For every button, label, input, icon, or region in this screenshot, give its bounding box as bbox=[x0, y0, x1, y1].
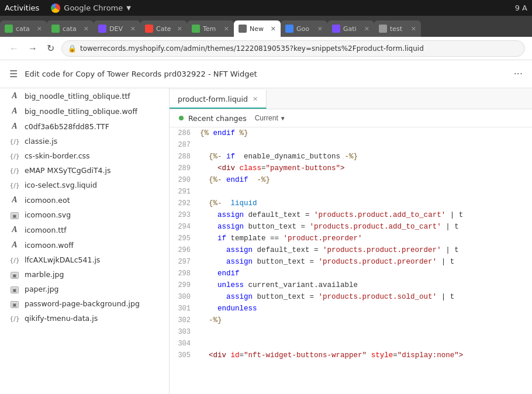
browser-tab-tab3[interactable]: DEV✕ bbox=[94, 20, 140, 37]
file-icon: A bbox=[9, 122, 20, 131]
code-line: 302 -%} bbox=[170, 314, 532, 326]
line-number: 290 bbox=[170, 174, 198, 186]
file-icon: ▣ bbox=[9, 285, 20, 293]
line-content[interactable]: {%- liquid bbox=[198, 198, 532, 209]
line-number: 301 bbox=[170, 303, 198, 314]
tab-label-tab7: Goo bbox=[296, 25, 315, 33]
file-name: password-page-background.jpg bbox=[25, 299, 140, 308]
code-line: 288 {%- if enable_dynamic_buttons -%} bbox=[170, 151, 532, 163]
line-content[interactable]: <div class="payment-buttons"> bbox=[198, 163, 532, 174]
sidebar-item[interactable]: {/}cs-skin-border.css bbox=[0, 148, 169, 163]
sidebar-item[interactable]: Ac0df3a6b528fdd85.TTF bbox=[0, 119, 169, 134]
code-line: 292 {%- liquid bbox=[170, 198, 532, 209]
line-content[interactable]: assign default_text = 'products.product.… bbox=[198, 244, 532, 256]
top-bar: Activities Google Chrome ▼ 9 A bbox=[0, 0, 532, 16]
tab-label-tab4: Cate bbox=[156, 25, 174, 33]
line-content[interactable]: {% endif %} bbox=[198, 127, 532, 139]
refresh-button[interactable]: ↻ bbox=[44, 40, 57, 56]
sidebar-item[interactable]: ▣marble.jpg bbox=[0, 267, 169, 282]
browser-tab-tab7[interactable]: Goo✕ bbox=[281, 20, 327, 37]
line-content[interactable]: assign button_text = 'products.product.p… bbox=[198, 256, 532, 268]
sidebar-item[interactable]: Aicomoon.ttf bbox=[0, 222, 169, 237]
sidebar-item[interactable]: {/}lfcAXLwjkDALc541.js bbox=[0, 253, 169, 267]
tab-close-tab2[interactable]: ✕ bbox=[84, 25, 89, 33]
current-dropdown-icon: ▼ bbox=[280, 115, 286, 122]
tab-favicon-tab6 bbox=[239, 25, 247, 33]
browser-tab-tab1[interactable]: cata✕ bbox=[0, 20, 47, 37]
sidebar-item[interactable]: ▣icomoon.svg bbox=[0, 208, 169, 222]
code-line: 301 endunless bbox=[170, 303, 532, 314]
editor-tab-close[interactable]: ✕ bbox=[253, 95, 258, 103]
more-options-icon[interactable]: ··· bbox=[514, 68, 523, 80]
browser-tab-tab5[interactable]: Tem✕ bbox=[187, 20, 234, 37]
file-name: classie.js bbox=[25, 137, 57, 146]
browser-tab-tab2[interactable]: cata✕ bbox=[47, 20, 94, 37]
sidebar-item[interactable]: {/}classie.js bbox=[0, 134, 169, 148]
line-content[interactable]: {%- endif -%} bbox=[198, 174, 532, 186]
current-button[interactable]: Current ▼ bbox=[251, 113, 289, 123]
sidebar-item[interactable]: Abig_noodle_titling_oblique.ttf bbox=[0, 88, 169, 103]
line-content[interactable]: -%} bbox=[198, 314, 532, 326]
line-number: 288 bbox=[170, 151, 198, 163]
file-icon: {/} bbox=[9, 166, 20, 175]
sidebar-item[interactable]: Aicomoon.eot bbox=[0, 192, 169, 208]
sidebar-item[interactable]: {/}ico-select.svg.liquid bbox=[0, 178, 169, 192]
line-content[interactable]: assign default_text = 'products.product.… bbox=[198, 209, 532, 221]
url-bar[interactable]: 🔒 towerrecords.myshopify.com/admin/theme… bbox=[61, 40, 525, 57]
tab-label-tab5: Tem bbox=[203, 25, 221, 33]
sidebar-item[interactable]: Aicomoon.woff bbox=[0, 237, 169, 253]
line-content[interactable]: unless current_variant.available bbox=[198, 279, 532, 291]
browser-tab-tab4[interactable]: Cate✕ bbox=[140, 20, 187, 37]
code-line: 290 {%- endif -%} bbox=[170, 174, 532, 186]
line-content[interactable]: endif bbox=[198, 268, 532, 279]
file-icon: A bbox=[9, 225, 20, 234]
line-content[interactable]: <div id="nft-widget-buttons-wrapper" sty… bbox=[198, 350, 532, 361]
line-content[interactable]: endunless bbox=[198, 303, 532, 314]
file-name: icomoon.woff bbox=[25, 241, 74, 250]
sidebar-item[interactable]: ▣paper.jpg bbox=[0, 282, 169, 296]
chrome-dropdown-icon[interactable]: ▼ bbox=[126, 5, 131, 11]
tab-close-tab4[interactable]: ✕ bbox=[177, 25, 182, 33]
chrome-icon bbox=[51, 4, 60, 13]
back-button[interactable]: ← bbox=[7, 41, 21, 56]
tab-close-tab3[interactable]: ✕ bbox=[130, 25, 136, 33]
file-name: big_noodle_titling_oblique.woff bbox=[25, 107, 137, 116]
code-line: 298 endif bbox=[170, 268, 532, 279]
line-number: 300 bbox=[170, 291, 198, 303]
line-content[interactable]: if template == 'product.preorder' bbox=[198, 233, 532, 244]
tab-close-tab6[interactable]: ✕ bbox=[271, 25, 276, 33]
sidebar-toggle-icon[interactable]: ☰ bbox=[9, 68, 18, 80]
line-content[interactable]: assign button_text = 'products.product.s… bbox=[198, 291, 532, 303]
browser-tabs-bar: cata✕cata✕DEV✕Cate✕Tem✕New✕Goo✕Gati✕test… bbox=[0, 16, 532, 37]
tab-label-tab9: test bbox=[390, 25, 408, 33]
browser-tab-tab9[interactable]: test✕ bbox=[374, 20, 421, 37]
tab-close-tab7[interactable]: ✕ bbox=[317, 25, 323, 33]
code-editor[interactable]: 286{% endif %}287288 {%- if enable_dynam… bbox=[170, 127, 532, 394]
line-number: 287 bbox=[170, 139, 198, 151]
activities-label[interactable]: Activities bbox=[5, 4, 39, 12]
tab-close-tab5[interactable]: ✕ bbox=[224, 25, 229, 33]
code-line: 294 assign button_text = 'products.produ… bbox=[170, 221, 532, 233]
line-content[interactable]: {%- if enable_dynamic_buttons -%} bbox=[198, 151, 532, 163]
sidebar-item[interactable]: ▣password-page-background.jpg bbox=[0, 296, 169, 311]
tab-label-tab2: cata bbox=[63, 25, 81, 33]
browser-tab-tab6[interactable]: New✕ bbox=[234, 20, 281, 37]
tab-close-tab8[interactable]: ✕ bbox=[364, 25, 369, 33]
code-line: 296 assign default_text = 'products.prod… bbox=[170, 244, 532, 256]
recent-changes-label: Recent changes bbox=[188, 114, 247, 123]
line-number: 296 bbox=[170, 244, 198, 256]
sidebar-item[interactable]: Abig_noodle_titling_oblique.woff bbox=[0, 103, 169, 119]
tab-close-tab9[interactable]: ✕ bbox=[411, 25, 416, 33]
editor-tab-product-form[interactable]: product-form.liquid ✕ bbox=[170, 90, 267, 109]
forward-button[interactable]: → bbox=[26, 41, 40, 56]
line-content[interactable]: assign button_text = 'products.product.a… bbox=[198, 221, 532, 233]
sidebar-item[interactable]: {/}qikify-tmenu-data.js bbox=[0, 311, 169, 326]
tab-label-tab6: New bbox=[250, 25, 268, 33]
tab-close-tab1[interactable]: ✕ bbox=[37, 25, 42, 33]
code-line: 297 assign button_text = 'products.produ… bbox=[170, 256, 532, 268]
tab-favicon-tab7 bbox=[285, 25, 293, 33]
sidebar-item[interactable]: {/}eMAP MXSyTCgGdiT4.js bbox=[0, 163, 169, 178]
browser-tab-tab8[interactable]: Gati✕ bbox=[327, 20, 374, 37]
editor-area: product-form.liquid ✕ Recent changes Cur… bbox=[170, 88, 532, 394]
line-number: 297 bbox=[170, 256, 198, 268]
